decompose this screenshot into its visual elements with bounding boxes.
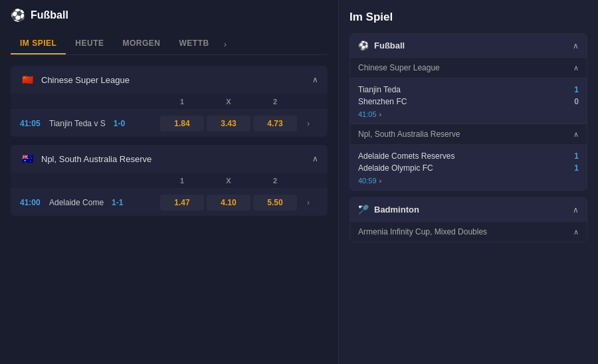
match-teams-tianjin: Tianjin Teda v S	[49, 119, 106, 128]
odds-col-x: X	[205, 98, 252, 106]
odds-col-2-npl: 2	[252, 177, 298, 185]
league-block-npl: 🇦🇺 Npl, South Australia Reserve ∧ 1 X 2 …	[11, 145, 328, 216]
right-match-adelaide: Adelaide Comets Reserves 1 Adelaide Olym…	[350, 144, 587, 190]
match-info-adelaide: 41:00 Adelaide Come 1-1	[20, 198, 159, 207]
match-score-adelaide: 1-1	[112, 198, 123, 207]
match-row-adelaide: 41:00 Adelaide Come 1-1 1.47 4.10 5.50 ›	[11, 189, 328, 216]
match-info-tianjin: 41:05 Tianjin Teda v S 1-0	[20, 119, 159, 128]
match-row-tianjin: 41:05 Tianjin Teda v S 1-0 1.84 3.43 4.7…	[11, 110, 328, 137]
odd-2-adelaide[interactable]: 5.50	[253, 195, 297, 211]
right-chevron-npl: ∧	[573, 130, 579, 139]
match-score-tianjin: 1-0	[114, 119, 125, 128]
right-badminton-header[interactable]: 🏸 Badminton ∧	[350, 198, 587, 221]
right-match-tianjin: Tianjin Teda 1 Shenzhen FC 0 41:05 ›	[350, 78, 587, 124]
right-football-icon: ⚽	[358, 41, 369, 50]
right-score1-tianjin: 1	[574, 84, 579, 96]
page-header: ⚽ Fußball	[11, 8, 328, 23]
right-arrow-adelaide[interactable]: ›	[379, 177, 382, 185]
left-panel: ⚽ Fußball IM SPIEL HEUTE MORGEN WETTB › …	[0, 0, 339, 364]
chevron-up-icon: ∧	[312, 75, 318, 84]
match-teams-adelaide: Adelaide Come	[49, 198, 104, 207]
odds-col-1-npl: 1	[159, 177, 205, 185]
right-chevron-badminton: ∧	[573, 205, 579, 215]
tab-morgen[interactable]: MORGEN	[114, 33, 170, 54]
odd-x-tianjin[interactable]: 3.43	[207, 116, 250, 132]
odd-1-adelaide[interactable]: 1.47	[160, 195, 204, 211]
right-time-adelaide: 40:59 ›	[358, 177, 579, 185]
league-block-chinese: 🇨🇳 Chinese Super League ∧ 1 X 2 41:05 Ti…	[11, 66, 328, 137]
right-league-chinese-name: Chinese Super League	[358, 63, 573, 72]
right-league-npl[interactable]: Npl, South Australia Reserve ∧	[350, 124, 587, 144]
right-sub-league-name: Armenia Infinity Cup, Mixed Doubles	[358, 227, 573, 236]
odd-x-adelaide[interactable]: 4.10	[207, 195, 250, 211]
odd-1-tianjin[interactable]: 1.84	[160, 116, 204, 132]
odds-col-2: 2	[252, 98, 298, 106]
flag-australia: 🇦🇺	[20, 151, 35, 166]
right-time-tianjin: 41:05 ›	[358, 110, 579, 118]
right-team2-tianjin: Shenzhen FC 0	[358, 96, 579, 108]
league-name-chinese: Chinese Super League	[41, 75, 306, 85]
right-badminton-section: 🏸 Badminton ∧ Armenia Infinity Cup, Mixe…	[349, 197, 587, 242]
league-header-npl[interactable]: 🇦🇺 Npl, South Australia Reserve ∧	[11, 145, 328, 173]
more-bets-adelaide[interactable]: ›	[298, 198, 318, 207]
right-sub-league-armenia[interactable]: Armenia Infinity Cup, Mixed Doubles ∧	[350, 221, 587, 242]
tab-more-icon[interactable]: ›	[219, 34, 232, 54]
right-score2-tianjin: 0	[574, 96, 579, 108]
page-title: Fußball	[31, 9, 68, 21]
right-chevron-armenia: ∧	[573, 228, 579, 236]
right-score2-adelaide: 1	[574, 162, 579, 174]
chevron-up-icon-npl: ∧	[312, 154, 318, 163]
tabs-bar: IM SPIEL HEUTE MORGEN WETTB ›	[11, 33, 328, 55]
flag-china: 🇨🇳	[20, 72, 35, 87]
match-time-adelaide: 41:00	[20, 198, 44, 207]
right-team2-adelaide: Adelaide Olympic FC 1	[358, 162, 579, 174]
right-team1-tianjin: Tianjin Teda 1	[358, 84, 579, 96]
right-team1-adelaide: Adelaide Comets Reserves 1	[358, 150, 579, 162]
odds-header-npl: 1 X 2	[11, 173, 328, 189]
right-badminton-icon: 🏸	[358, 205, 369, 215]
right-league-chinese[interactable]: Chinese Super League ∧	[350, 57, 587, 78]
right-badminton-name: Badminton	[374, 205, 567, 215]
right-score1-adelaide: 1	[574, 150, 579, 162]
league-name-npl: Npl, South Australia Reserve	[41, 154, 306, 164]
tab-im-spiel[interactable]: IM SPIEL	[11, 33, 66, 54]
match-time-tianjin: 41:05	[20, 119, 44, 128]
odd-2-tianjin[interactable]: 4.73	[253, 116, 297, 132]
right-sport-football-name: Fußball	[374, 41, 567, 50]
right-league-npl-name: Npl, South Australia Reserve	[358, 130, 573, 139]
odds-col-x-npl: X	[205, 177, 252, 185]
right-sport-football-header[interactable]: ⚽ Fußball ∧	[350, 34, 587, 57]
odds-col-1: 1	[159, 98, 205, 106]
right-panel: Im Spiel ⚽ Fußball ∧ Chinese Super Leagu…	[339, 0, 598, 364]
odds-header-chinese: 1 X 2	[11, 94, 328, 110]
league-header-chinese[interactable]: 🇨🇳 Chinese Super League ∧	[11, 66, 328, 94]
tab-heute[interactable]: HEUTE	[66, 33, 113, 54]
right-arrow-tianjin[interactable]: ›	[379, 110, 382, 118]
right-title: Im Spiel	[349, 11, 587, 24]
more-bets-tianjin[interactable]: ›	[298, 119, 318, 128]
football-icon: ⚽	[11, 8, 25, 23]
right-chevron-chinese: ∧	[573, 64, 579, 72]
right-chevron-football: ∧	[573, 41, 579, 50]
right-football-section: ⚽ Fußball ∧ Chinese Super League ∧ Tianj…	[349, 33, 587, 191]
tab-wettb[interactable]: WETTB	[170, 33, 219, 54]
